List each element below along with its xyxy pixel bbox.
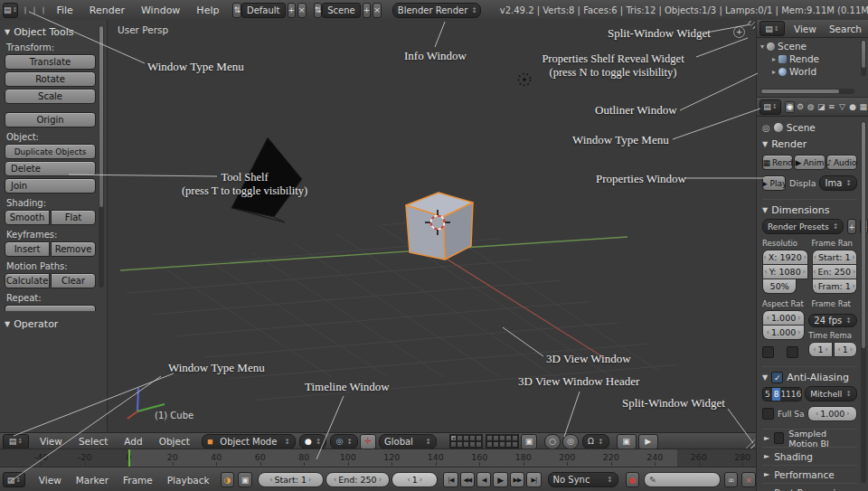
info-menu-item[interactable]: Help (188, 5, 227, 16)
dimensions-panel-header[interactable]: ▼Dimensions (762, 199, 857, 216)
operator-panel-header[interactable]: ▼Operator (5, 318, 96, 330)
aspect-x-field[interactable]: ‹1.000› (762, 310, 805, 326)
frame-end-field[interactable]: ‹End: 250› (326, 472, 390, 487)
render-panel-header[interactable]: ▼Render (762, 138, 857, 150)
info-menu-item[interactable]: File (48, 5, 80, 16)
manipulator-toggle-button[interactable]: ✛ (360, 434, 376, 449)
expander-icon[interactable]: ▸ (772, 68, 776, 76)
insert-keyframes-button[interactable]: ∞ (724, 472, 739, 487)
constraints-tab-icon[interactable]: ≡ (827, 101, 837, 113)
resolution-x-field[interactable]: ‹X: 1920› (762, 250, 808, 265)
crop-checkbox[interactable] (787, 346, 798, 358)
lock-button[interactable]: ▣ (238, 472, 252, 487)
world-tab-icon[interactable]: ◍ (806, 101, 816, 113)
scene-field[interactable]: Scene (322, 3, 361, 18)
join-button[interactable]: Join (5, 178, 96, 194)
window-type-menu-button[interactable]: ▤↕ (760, 99, 781, 115)
properties-shelf-reveal-widget[interactable]: + (733, 26, 745, 38)
window-type-menu-button[interactable]: ▤↕ (3, 3, 18, 18)
shading-panel-header[interactable]: ►Shading (762, 447, 857, 465)
scene-tab-icon[interactable]: ⚙ (796, 101, 806, 113)
aa-samples-11[interactable]: 11 (780, 388, 790, 401)
frame-step-field[interactable]: ‹Fram: 1› (812, 279, 858, 294)
play-button[interactable]: ▶Play (762, 175, 786, 191)
window-type-menu-button[interactable]: ▤↕ (3, 434, 29, 449)
delete-keyframes-button[interactable]: × (741, 472, 756, 487)
aa-filter-dropdown[interactable]: Mitchell↕ (805, 386, 857, 401)
timeline-menu-item[interactable]: View (32, 475, 69, 486)
expander-icon[interactable]: ▾ (760, 42, 764, 51)
snap-dropdown[interactable]: Ω↕ (582, 434, 609, 449)
frame-end-field[interactable]: ‹En: 250› (812, 265, 858, 279)
split-window-widget-bottom[interactable] (745, 439, 755, 449)
flat-button[interactable]: Flat (51, 210, 96, 225)
playback-range-button[interactable]: ◑ (221, 472, 235, 487)
sampled-motion-blur-checkbox[interactable] (774, 432, 784, 444)
aa-samples-5[interactable]: 5 (763, 388, 772, 401)
pivot-point-dropdown[interactable]: ◎↕ (330, 434, 358, 449)
jump-to-end-button[interactable]: ▶| (526, 472, 541, 487)
info-menu-item[interactable]: Window (133, 5, 188, 16)
view3d-menu-item[interactable]: View (32, 436, 71, 447)
view3d-menu-item[interactable]: Object (151, 436, 198, 447)
outliner-row-renderlayers[interactable]: ▸ Rende (760, 52, 859, 65)
render-tab-icon[interactable]: ◉ (785, 101, 795, 113)
screen-delete-button[interactable]: × (297, 3, 307, 18)
jump-next-keyframe-button[interactable]: ▶▶ (510, 472, 524, 487)
full-sample-checkbox[interactable] (762, 408, 774, 420)
proportional-edit-button[interactable]: ○ (544, 434, 561, 449)
data-tab-icon[interactable]: ▽ (837, 101, 847, 113)
tool-shelf-scrollbar[interactable] (99, 25, 104, 288)
current-frame-field[interactable]: ‹1› (392, 472, 438, 487)
scene-add-button[interactable]: + (363, 3, 372, 18)
jump-to-start-button[interactable]: |◀ (443, 472, 458, 487)
record-button[interactable]: ● (626, 472, 640, 487)
delete-button[interactable]: Delete (5, 161, 96, 176)
preset-add-button[interactable]: + (847, 219, 856, 234)
pin-icon[interactable]: ◎ (762, 123, 770, 133)
view3d-menu-item[interactable]: Add (116, 436, 150, 447)
outliner-menu-item[interactable]: View (788, 24, 823, 34)
sync-dropdown[interactable]: No Sync↕ (548, 472, 618, 487)
frame-start-field[interactable]: ‹Start: 1› (258, 472, 324, 487)
filter-size-field[interactable]: ‹1.000› (807, 406, 857, 421)
opengl-render-anim-button[interactable]: ▶ (638, 434, 658, 449)
expander-icon[interactable]: ▸ (772, 55, 776, 63)
timeline-menu-item[interactable]: Playback (160, 475, 217, 486)
clear-paths-button[interactable]: Clear (51, 273, 96, 288)
render-anim-button[interactable]: ▶Anim (794, 155, 825, 170)
transform-orientation-dropdown[interactable]: Global↕ (379, 434, 437, 449)
insert-keyframe-button[interactable]: Insert (5, 241, 50, 257)
outliner-menu-item[interactable]: Search (823, 24, 868, 34)
scene-browse-button[interactable]: ⇅ (314, 3, 323, 18)
timeline-ruler[interactable]: -40-200204060801001201401601802002202402… (0, 449, 756, 467)
render-audio-button[interactable]: ♪Audio (826, 155, 857, 170)
opengl-render-still-button[interactable]: ▣ (617, 434, 637, 449)
lock-to-scene-button[interactable]: ▣ (521, 434, 537, 449)
window-type-menu-button[interactable]: ▤↕ (760, 21, 785, 36)
play-reverse-button[interactable]: ◀ (476, 472, 491, 487)
current-frame-line[interactable] (128, 449, 130, 467)
object-tools-panel-header[interactable]: ▼Object Tools (5, 26, 96, 38)
aspect-y-field[interactable]: ‹1.000› (762, 326, 805, 340)
repeat-last-button[interactable] (5, 305, 96, 311)
viewport-shading-dropdown[interactable]: ●↕ (299, 434, 327, 449)
remap-new-field[interactable]: ‹1› (834, 342, 857, 357)
scale-button[interactable]: Scale (5, 89, 96, 104)
render-image-button[interactable]: ▦Rend (762, 155, 793, 170)
object-tab-icon[interactable]: ◪ (816, 101, 826, 113)
antialiasing-checkbox[interactable]: ✓ (771, 372, 783, 383)
properties-scrollbar[interactable] (861, 121, 866, 483)
layers-grid-2[interactable] (486, 434, 519, 449)
jump-prev-keyframe-button[interactable]: ◀◀ (460, 472, 475, 487)
outliner-row-scene[interactable]: ▾ Scene (760, 40, 859, 52)
post-processing-panel-header[interactable]: ►Post Processing (762, 483, 857, 491)
translate-button[interactable]: Translate (5, 54, 96, 70)
timeline-menu-item[interactable]: Marker (69, 475, 116, 486)
frame-start-field[interactable]: ‹Start: 1› (812, 250, 858, 265)
sampled-motion-blur-panel-header[interactable]: ►Sampled Motion Bl (762, 429, 857, 447)
screen-layout-field[interactable]: Default (241, 3, 286, 18)
scene-delete-button[interactable]: × (373, 3, 382, 18)
remove-keyframe-button[interactable]: Remove (51, 241, 96, 257)
info-menu-item[interactable]: Render (81, 5, 133, 16)
